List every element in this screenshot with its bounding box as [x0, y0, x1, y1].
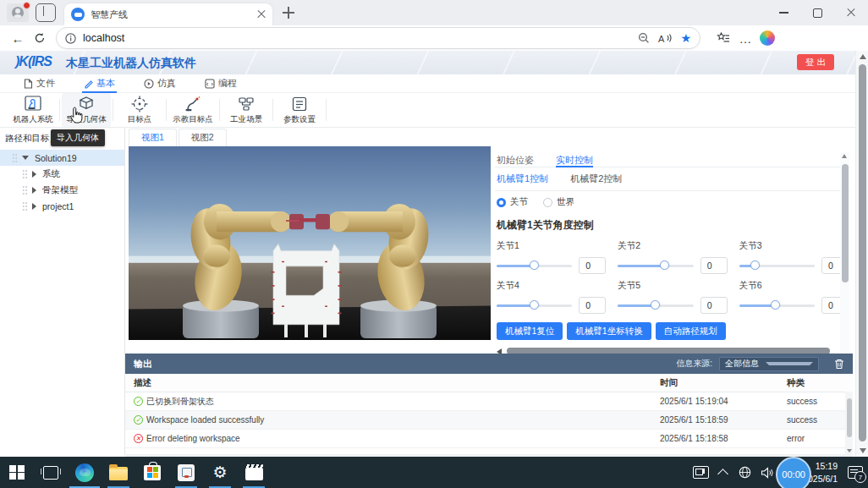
zoom-out-icon[interactable] — [638, 32, 650, 44]
radio-world[interactable]: 世界 — [543, 196, 574, 208]
output-scroll-thumb[interactable] — [847, 398, 852, 437]
viewport-tab-2[interactable]: 视图2 — [179, 129, 227, 146]
notification-center-button[interactable]: 7 — [843, 457, 868, 488]
joint-slider-grid: 关节1 关节2 关节3 — [495, 238, 850, 314]
source-select[interactable]: 全部信息 — [719, 357, 819, 371]
clear-output-trash-icon[interactable] — [834, 359, 844, 370]
taskbar-explorer-button[interactable] — [102, 457, 135, 488]
caret-right-icon[interactable] — [32, 171, 36, 178]
subtab-arm1-control[interactable]: 机械臂1控制 — [497, 173, 548, 185]
joint6-slider[interactable] — [739, 300, 815, 310]
back-icon[interactable]: ← — [7, 28, 29, 48]
collections-icon[interactable] — [712, 28, 734, 48]
task-view-button[interactable] — [34, 457, 68, 488]
browser-menu-icon[interactable]: … — [734, 28, 756, 48]
auto-path-planning-button[interactable]: 自动路径规划 — [656, 322, 726, 340]
toolbar-robot-system-button[interactable]: 机器人系统 — [8, 93, 58, 127]
drag-handle-icon — [22, 201, 28, 211]
tab-close-icon[interactable] — [257, 10, 266, 19]
page-scrollbar[interactable] — [855, 51, 868, 457]
output-vertical-scrollbar[interactable] — [845, 392, 853, 454]
copilot-icon[interactable] — [760, 30, 775, 46]
toolbar-parameter-settings-button[interactable]: 参数设置 — [275, 93, 324, 127]
tree-item-skeleton-model[interactable]: 骨架模型 — [0, 182, 124, 198]
recording-timer-overlay[interactable]: 00:00 — [776, 457, 811, 488]
joint5-slider[interactable] — [618, 300, 693, 310]
menu-bar: 文件 基本 仿真 编程 — [0, 74, 856, 93]
joint2-slider[interactable] — [618, 260, 693, 271]
joint2-value-input[interactable] — [700, 257, 728, 274]
output-header: 输出 信息来源: 全部信息 — [125, 354, 853, 374]
tab-list-icon[interactable] — [36, 3, 56, 22]
menu-programming[interactable]: 编程 — [205, 74, 237, 93]
joint1-group: 关节1 — [497, 238, 606, 274]
browser-tab[interactable]: 智慧产线 — [64, 3, 272, 25]
window-close-icon[interactable] — [834, 0, 868, 25]
scroll-up-icon[interactable] — [842, 154, 847, 158]
new-tab-icon[interactable] — [281, 5, 296, 20]
read-aloud-icon[interactable]: A — [658, 33, 672, 44]
caret-right-icon[interactable] — [32, 203, 36, 210]
caret-right-icon[interactable] — [32, 187, 36, 194]
taskbar-store-button[interactable] — [135, 457, 169, 488]
joint4-slider[interactable] — [497, 300, 572, 310]
site-info-icon[interactable] — [65, 33, 76, 44]
page-scroll-thumb[interactable] — [859, 64, 866, 441]
scroll-down-icon[interactable] — [847, 449, 852, 452]
scroll-up-icon[interactable] — [860, 54, 866, 59]
toolbar-industrial-scene-button[interactable]: 工业场景 — [222, 93, 271, 127]
window-restore-icon[interactable] — [800, 0, 834, 25]
menu-simulation[interactable]: 仿真 — [144, 74, 176, 93]
output-row[interactable]: ✓已切换到骨架状态 2025/6/1 15:19:04 success — [125, 392, 853, 411]
joint5-value-input[interactable] — [700, 297, 728, 314]
taskbar-java-app-button[interactable] — [169, 457, 203, 488]
radio-dot-icon — [543, 198, 552, 207]
arm1-coordinate-transform-button[interactable]: 机械臂1坐标转换 — [567, 322, 651, 340]
3d-viewport[interactable] — [129, 146, 491, 340]
taskbar-video-app-button[interactable] — [237, 457, 271, 488]
output-row[interactable]: ✓Workspace loaded successfully 2025/6/1 … — [125, 411, 853, 430]
pen-icon — [84, 79, 93, 89]
start-button[interactable] — [0, 457, 34, 488]
tab-initial-pose[interactable]: 初始位姿 — [497, 154, 534, 167]
joint3-slider[interactable] — [739, 260, 815, 271]
arm1-reset-button[interactable]: 机械臂1复位 — [497, 322, 563, 340]
toolbar-teach-target-button[interactable]: 示教目标点 — [168, 93, 217, 127]
radio-dot-icon — [497, 198, 506, 207]
menu-file[interactable]: 文件 — [24, 74, 55, 93]
tree-item-system[interactable]: 系统 — [0, 166, 124, 182]
network-globe-icon[interactable] — [733, 457, 755, 488]
joint1-slider[interactable] — [497, 260, 572, 271]
browser-profile-button[interactable] — [7, 3, 29, 22]
tree-item-project1[interactable]: project1 — [0, 198, 124, 214]
speaker-icon[interactable] — [755, 457, 777, 488]
taskbar-settings-button[interactable]: ⚙ — [203, 457, 237, 488]
joint1-value-input[interactable] — [579, 257, 606, 274]
menu-basic[interactable]: 基本 — [84, 74, 115, 93]
tab-realtime-control[interactable]: 实时控制 — [556, 154, 593, 167]
status-error-icon: ✕ — [134, 434, 143, 443]
tree-item-solution[interactable]: Solution19 — [0, 150, 124, 166]
teach-robot-arm-icon — [184, 96, 202, 112]
gear-icon: ⚙ — [212, 464, 227, 480]
window-minimize-icon[interactable] — [766, 0, 800, 25]
joint4-value-input[interactable] — [579, 297, 606, 314]
radio-joint[interactable]: 关节 — [497, 196, 528, 208]
caret-down-icon[interactable] — [22, 156, 29, 160]
refresh-icon[interactable] — [29, 28, 51, 48]
screen: 智慧产线 ← localhost A ★ … )K(IRS — [0, 0, 868, 488]
toolbar-target-point-button[interactable]: 目标点 — [115, 93, 164, 127]
hidden-icons-chevron[interactable] — [711, 457, 733, 488]
favorite-star-icon[interactable]: ★ — [680, 31, 691, 45]
widgets-icon[interactable] — [689, 457, 711, 488]
output-row[interactable]: ✕Error deleting workspace 2025/6/1 15:18… — [125, 430, 853, 448]
subtab-arm2-control[interactable]: 机械臂2控制 — [570, 173, 622, 185]
viewport-tab-1[interactable]: 视图1 — [129, 129, 177, 146]
taskbar-edge-button[interactable] — [68, 457, 102, 488]
address-text[interactable]: localhost — [83, 32, 638, 44]
logout-button[interactable]: 登 出 — [797, 54, 834, 70]
address-bar[interactable]: localhost A ★ — [56, 27, 700, 49]
scroll-down-icon[interactable] — [860, 448, 866, 453]
arm-action-buttons: 机械臂1复位 机械臂1坐标转换 自动路径规划 — [495, 314, 850, 345]
panel-scroll-thumb[interactable] — [842, 164, 849, 282]
